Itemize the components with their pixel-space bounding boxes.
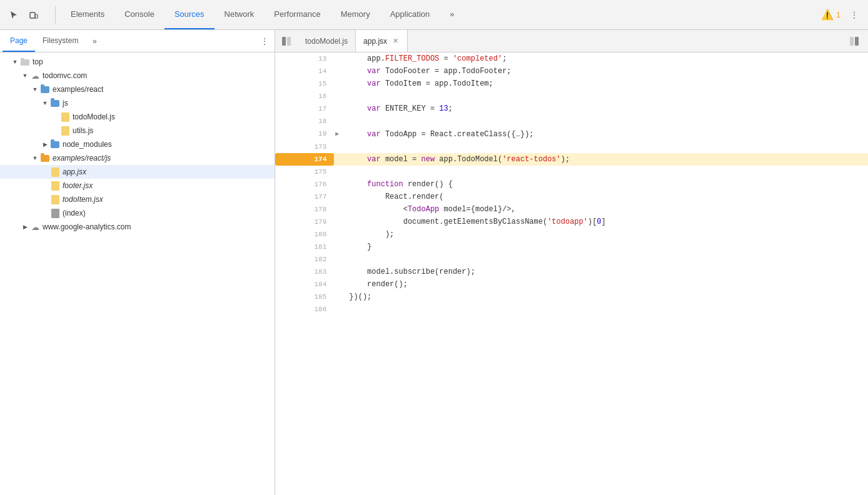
secondary-more-button[interactable]: ⋮ — [257, 34, 272, 49]
linecontent-183[interactable]: model.subscribe(render); — [344, 266, 868, 278]
linenum-182: 182 — [275, 253, 334, 266]
tab-network[interactable]: Network — [214, 0, 265, 29]
tree-item-footer-jsx[interactable]: ▼ footer.jsx — [0, 179, 275, 192]
linecontent-177[interactable]: React.render( — [344, 191, 868, 203]
linenum-173: 173 — [275, 141, 334, 153]
file-icon-app-jsx — [50, 167, 60, 177]
line-177: 177 React.render( — [275, 191, 868, 203]
linecontent-14[interactable]: var TodoFooter = app.TodoFooter; — [344, 65, 868, 78]
tab-application[interactable]: Application — [380, 0, 440, 29]
line-arrow-174 — [334, 153, 344, 166]
linenum-178: 178 — [275, 203, 334, 216]
linecontent-19[interactable]: var TodoApp = React.createClass({…}); — [344, 128, 868, 141]
more-tabs-icon[interactable]: » — [87, 34, 102, 49]
linecontent-18[interactable] — [344, 115, 868, 128]
svg-rect-1 — [35, 14, 38, 18]
line-arrow-177 — [334, 191, 344, 203]
panel-toggle-button[interactable] — [278, 32, 295, 50]
tree-item-todomodel[interactable]: ▼ todoModel.js — [0, 110, 275, 124]
arrow-js: ▼ — [40, 98, 50, 108]
folder-icon-js — [50, 98, 60, 108]
linenum-184: 184 — [275, 278, 334, 291]
more-tabs-button[interactable]: » — [440, 0, 464, 29]
linecontent-184[interactable]: render(); — [344, 278, 868, 291]
tree-item-node-modules[interactable]: ▶ node_modules — [0, 138, 275, 151]
linecontent-175[interactable] — [344, 166, 868, 178]
tab-filesystem[interactable]: Filesystem — [35, 30, 86, 52]
tab-memory[interactable]: Memory — [331, 0, 380, 29]
tab-performance[interactable]: Performance — [264, 0, 330, 29]
arrow-examples-react: ▼ — [30, 84, 40, 94]
secondary-tabs-right: ⋮ — [257, 34, 272, 49]
editor-tabs-bar: todoModel.js app.jsx ✕ — [275, 30, 868, 52]
linenum-185: 185 — [275, 291, 334, 303]
line-18: 18 — [275, 115, 868, 128]
collapse-panel-button[interactable] — [845, 32, 863, 50]
line-19: 19 ▶ var TodoApp = React.createClass({…}… — [275, 128, 868, 141]
tree-item-todomvc[interactable]: ▼ ☁ todomvc.com — [0, 69, 275, 82]
line-14: 14 var TodoFooter = app.TodoFooter; — [275, 65, 868, 78]
line-16: 16 — [275, 90, 868, 102]
line-174: 174 var model = new app.TodoModel('react… — [275, 153, 868, 166]
tree-item-utils[interactable]: ▼ utils.js — [0, 124, 275, 138]
tree-label-examples-react-js: examples/react/js — [53, 154, 111, 162]
tab-console[interactable]: Console — [114, 0, 164, 29]
linecontent-178[interactable]: <TodoApp model={model}/>, — [344, 203, 868, 216]
line-176: 176 function render() { — [275, 178, 868, 191]
tab-sources[interactable]: Sources — [164, 0, 214, 29]
svg-rect-3 — [21, 58, 24, 61]
linecontent-13[interactable]: app.FILTER_TODOS = 'completed'; — [344, 52, 868, 65]
linecontent-181[interactable]: } — [344, 241, 868, 253]
editor-tab-app-jsx[interactable]: app.jsx ✕ — [356, 30, 408, 52]
linecontent-182[interactable] — [344, 253, 868, 266]
tree-item-app-jsx[interactable]: ▼ app.jsx — [0, 165, 275, 179]
tree-item-examples-react[interactable]: ▼ examples/react — [0, 82, 275, 96]
warning-badge[interactable]: ⚠️ 1 — [821, 9, 840, 21]
line-arrow-19[interactable]: ▶ — [334, 128, 344, 141]
arrow-top: ▼ — [10, 57, 20, 67]
linecontent-174[interactable]: var model = new app.TodoModel('react-tod… — [344, 153, 868, 166]
tree-item-index[interactable]: ▼ (index) — [0, 206, 275, 220]
editor-tab-todomodel[interactable]: todoModel.js — [298, 30, 356, 52]
svg-rect-7 — [850, 37, 854, 46]
cursor-icon[interactable] — [5, 6, 23, 24]
tree-label-app-jsx: app.jsx — [63, 168, 86, 176]
tree-label-index: (index) — [63, 209, 86, 218]
svg-rect-5 — [287, 37, 291, 46]
linecontent-15[interactable]: var TodoItem = app.TodoItem; — [344, 78, 868, 90]
line-179: 179 document.getElementsByClassName('tod… — [275, 216, 868, 228]
line-185: 185 })(); — [275, 291, 868, 303]
warning-count: 1 — [836, 11, 840, 19]
linecontent-17[interactable]: var ENTER_KEY = 13; — [344, 102, 868, 115]
line-arrow-175 — [334, 166, 344, 178]
more-options-button[interactable]: ⋮ — [845, 6, 863, 24]
tree-item-top[interactable]: ▼ top — [0, 55, 275, 69]
file-icon-index — [50, 208, 60, 218]
linecontent-173[interactable] — [344, 141, 868, 153]
right-panel: todoModel.js app.jsx ✕ 13 — [275, 30, 868, 495]
line-173: 173 — [275, 141, 868, 153]
line-183: 183 model.subscribe(render); — [275, 266, 868, 278]
tree-label-google-analytics: www.google-analytics.com — [43, 222, 131, 231]
line-181: 181 } — [275, 241, 868, 253]
code-editor[interactable]: 13 app.FILTER_TODOS = 'completed'; 14 va… — [275, 52, 868, 495]
linecontent-16[interactable] — [344, 90, 868, 102]
editor-tabs: todoModel.js app.jsx ✕ — [298, 30, 843, 52]
linecontent-176[interactable]: function render() { — [344, 178, 868, 191]
tree-item-examples-react-js[interactable]: ▼ examples/react/js — [0, 151, 275, 165]
tree-item-js[interactable]: ▼ js — [0, 96, 275, 110]
file-icon-todomodel — [60, 112, 70, 122]
linecontent-186[interactable] — [344, 303, 868, 316]
editor-tab-app-jsx-close[interactable]: ✕ — [391, 37, 400, 46]
linecontent-185[interactable]: })(); — [344, 291, 868, 303]
device-toggle-icon[interactable] — [25, 6, 43, 24]
linenum-175: 175 — [275, 166, 334, 178]
tab-page[interactable]: Page — [3, 30, 35, 52]
tree-item-todoitem-jsx[interactable]: ▼ todoItem.jsx — [0, 192, 275, 206]
top-bar: Elements Console Sources Network Perform… — [0, 0, 868, 30]
linecontent-179[interactable]: document.getElementsByClassName('todoapp… — [344, 216, 868, 228]
tree-label-js: js — [63, 99, 68, 108]
tree-item-google-analytics[interactable]: ▶ ☁ www.google-analytics.com — [0, 220, 275, 234]
linecontent-180[interactable]: ); — [344, 228, 868, 241]
tab-elements[interactable]: Elements — [61, 0, 114, 29]
